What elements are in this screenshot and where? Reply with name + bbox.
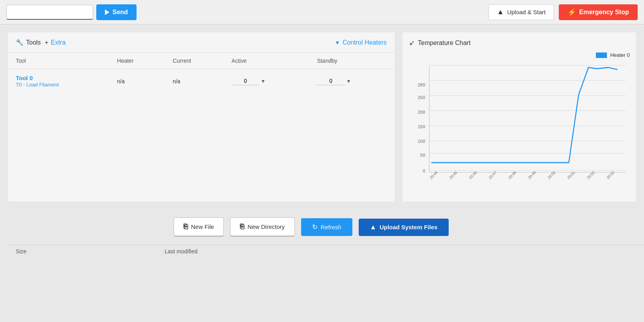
active-input-group: ▼	[232, 77, 301, 85]
chart-title: Temperature Chart	[418, 39, 470, 47]
standby-input-group: ▼	[317, 77, 387, 85]
svg-text:20:48: 20:48	[507, 170, 517, 180]
tool0-sub: T0 - Load Filament	[16, 82, 59, 88]
plus-label: +	[45, 39, 48, 46]
upload-start-button[interactable]: ▲ Upload & Start	[489, 4, 554, 20]
svg-text:20:45: 20:45	[449, 170, 458, 180]
tool0-name-link[interactable]: Tool 0	[16, 75, 101, 81]
current-cell: n/a	[165, 69, 224, 94]
chart-container: 0 50 100 150 200 250 280 20:44 20:45 20:…	[409, 61, 630, 195]
refresh-button[interactable]: ↻ Refresh	[301, 218, 353, 236]
standby-dropdown-arrow[interactable]: ▼	[346, 79, 351, 84]
temperature-chart-svg: 0 50 100 150 200 250 280 20:44 20:45 20:…	[409, 61, 630, 195]
current-value: n/a	[173, 78, 180, 84]
upload-cloud-icon: ▲	[497, 8, 504, 16]
tool0-name: Tool 0	[16, 75, 33, 81]
control-heaters-label: Control Heaters	[343, 39, 387, 46]
file-section: ⎘ New File ⎘ New Directory ↻ Refresh ▲ U…	[174, 217, 449, 237]
heater-value: n/a	[117, 78, 125, 84]
wrench-icon: 🔧	[16, 39, 24, 46]
send-button[interactable]: Send	[96, 4, 137, 20]
svg-text:20:47: 20:47	[488, 170, 497, 180]
active-dropdown-arrow[interactable]: ▼	[261, 79, 266, 84]
svg-text:0: 0	[423, 168, 425, 173]
top-bar: Send ▲ Upload & Start ⚡ Emergency Stop	[0, 0, 644, 24]
upload-system-files-button[interactable]: ▲ Upload System Files	[359, 219, 449, 236]
standby-cell: ▼	[309, 69, 395, 94]
new-file-label: New File	[191, 223, 214, 230]
chart-wavy-icon: ➶	[409, 39, 415, 47]
col-last-modified-label: Last modified	[165, 248, 197, 255]
tool0-sub-link[interactable]: T0 - Load Filament	[16, 82, 59, 88]
svg-text:280: 280	[417, 82, 425, 87]
send-arrow-icon	[105, 9, 109, 15]
tools-panel: 🔧 Tools + Extra ▼ Control Heaters Tool H…	[8, 32, 395, 202]
legend-label: Heater 0	[610, 52, 630, 58]
active-cell: ▼	[224, 69, 309, 94]
svg-text:20:44: 20:44	[429, 170, 438, 180]
refresh-label: Refresh	[321, 224, 342, 230]
input-send-group: Send	[6, 4, 137, 20]
new-directory-button[interactable]: ⎘ New Directory	[230, 217, 294, 237]
upload-sys-icon: ▲	[370, 223, 376, 231]
extra-label: Extra	[51, 39, 66, 46]
col-active: Active	[224, 53, 309, 69]
legend-color-swatch	[596, 52, 607, 58]
control-heaters-link[interactable]: ▼ Control Heaters	[335, 39, 387, 46]
svg-text:250: 250	[417, 95, 425, 100]
svg-text:20:46: 20:46	[468, 170, 477, 180]
tool-cell: Tool 0 T0 - Load Filament	[8, 69, 109, 94]
chevron-down-icon: ▼	[335, 39, 340, 46]
svg-text:20:51: 20:51	[566, 170, 576, 180]
extra-link[interactable]: Extra	[51, 39, 66, 46]
chart-header: ➶ Temperature Chart	[409, 39, 630, 47]
heater-cell: n/a	[109, 69, 165, 94]
new-directory-label: New Directory	[247, 223, 285, 230]
tools-title-group: 🔧 Tools + Extra	[16, 39, 66, 46]
active-input[interactable]	[232, 77, 259, 85]
top-bar-left: Send	[6, 4, 482, 20]
table-row: Tool 0 T0 - Load Filament n/a n/a	[8, 69, 395, 94]
tools-table: Tool Heater Current Active Standby Tool …	[8, 53, 395, 94]
main-content: 🔧 Tools + Extra ▼ Control Heaters Tool H…	[0, 24, 644, 202]
col-standby: Standby	[309, 53, 395, 69]
send-label: Send	[112, 9, 128, 16]
svg-text:50: 50	[420, 153, 425, 157]
tools-header: 🔧 Tools + Extra ▼ Control Heaters	[8, 32, 395, 53]
command-input[interactable]	[6, 5, 93, 20]
files-table-header: Size Last modified	[8, 245, 644, 258]
svg-text:20:50: 20:50	[547, 170, 556, 180]
refresh-icon: ↻	[312, 223, 318, 231]
col-heater: Heater	[109, 53, 165, 69]
new-file-button[interactable]: ⎘ New File	[174, 217, 224, 237]
svg-text:20:49: 20:49	[527, 170, 537, 180]
new-file-icon: ⎘	[183, 223, 188, 231]
col-size-label: Size	[16, 248, 26, 255]
emergency-stop-label: Emergency Stop	[579, 9, 629, 16]
chart-panel: ➶ Temperature Chart Heater 0	[402, 32, 636, 202]
tools-label: Tools	[26, 39, 41, 46]
standby-input[interactable]	[317, 77, 344, 85]
upload-system-label: Upload System Files	[380, 224, 438, 230]
svg-text:200: 200	[417, 110, 425, 114]
bottom-bar: ⎘ New File ⎘ New Directory ↻ Refresh ▲ U…	[0, 210, 644, 245]
svg-text:20:52: 20:52	[586, 170, 595, 180]
svg-text:100: 100	[417, 139, 425, 144]
upload-start-label: Upload & Start	[507, 9, 546, 15]
chart-legend: Heater 0	[409, 52, 630, 58]
emergency-stop-button[interactable]: ⚡ Emergency Stop	[559, 4, 638, 20]
lightning-icon: ⚡	[567, 8, 576, 17]
col-current: Current	[165, 53, 224, 69]
plus-extra-separator: +	[45, 39, 48, 46]
new-dir-icon: ⎘	[240, 223, 244, 231]
top-bar-right: ▲ Upload & Start ⚡ Emergency Stop	[489, 4, 638, 20]
svg-text:150: 150	[417, 124, 425, 129]
col-tool: Tool	[8, 53, 109, 69]
table-header-row: Tool Heater Current Active Standby	[8, 53, 395, 69]
svg-text:20:53: 20:53	[606, 170, 615, 180]
